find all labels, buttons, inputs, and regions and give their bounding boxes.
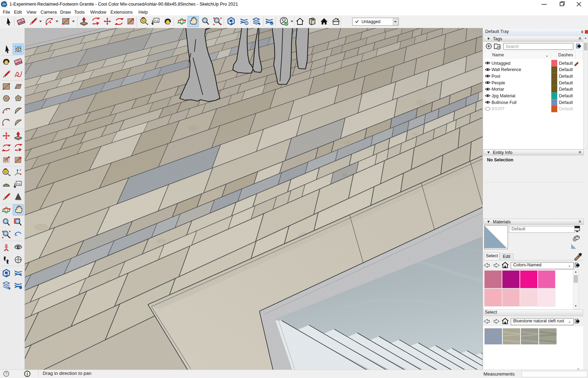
svg-text:i: i (27, 372, 28, 377)
svg-text:?: ? (5, 372, 7, 376)
svg-text:C: C (17, 257, 19, 259)
svg-text:A1: A1 (17, 182, 21, 186)
svg-text:Untagged: Untagged (361, 19, 380, 24)
svg-text:3: 3 (20, 169, 21, 171)
svg-text:A1: A1 (155, 19, 158, 22)
